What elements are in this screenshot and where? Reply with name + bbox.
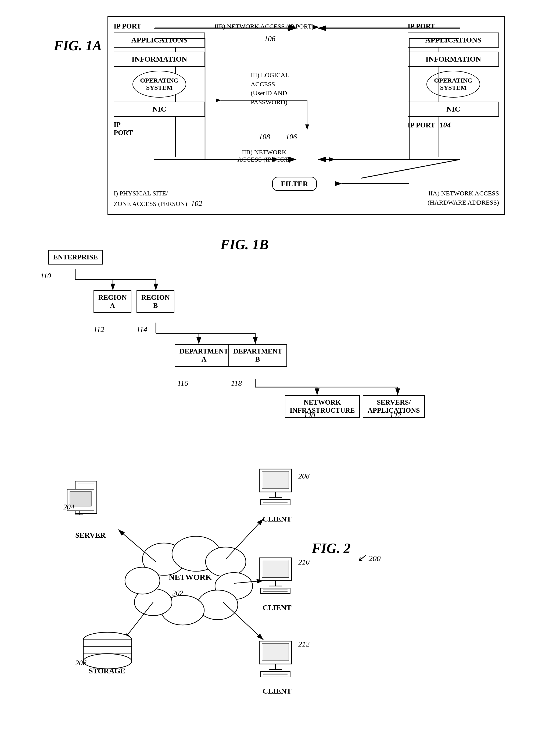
svg-point-49 [125,567,160,594]
storage-label: STORAGE [89,667,125,675]
fig1b: FIG. 1B [21,234,532,422]
client3-svg-icon [255,640,298,683]
ref-116: 116 [177,379,188,388]
ref-210: 210 [298,558,310,566]
enterprise-box: ENTERPRISE [48,250,103,264]
server-label: SERVER [75,531,106,540]
fig2: FIG. 2 ↙ 200 [21,425,532,720]
fig1a-label: FIG. 1A [54,38,102,53]
svg-line-52 [226,519,263,559]
svg-rect-83 [262,643,289,661]
ref-122: 122 [390,411,401,420]
svg-line-50 [118,530,156,562]
storage-svg-icon [81,632,134,669]
ref-114: 114 [137,325,147,334]
fig1a-border: IP PORT APPLICATIONS INFORMATION OPERATI… [107,16,505,215]
ref-112: 112 [94,325,104,334]
network-infra-box: NETWORK INFRASTRUCTURE [285,395,360,418]
ref-120: 120 [304,411,315,420]
ref-208: 208 [298,472,310,480]
ref-204: 204 [63,503,74,511]
dept-a-box: DEPARTMENT A [175,344,233,367]
svg-rect-79 [261,588,290,594]
region-a-box: REGION A [94,290,131,313]
page-content: FIG. 1A [0,0,560,732]
svg-rect-86 [261,672,290,677]
ref-202: 202 [172,589,183,597]
ref-212: 212 [298,640,310,648]
client3-label: CLIENT [260,687,295,695]
client2-svg-icon [255,557,298,600]
svg-rect-69 [262,471,289,489]
svg-line-54 [223,602,263,640]
svg-rect-76 [262,560,289,577]
network-label: NETWORK [169,573,212,582]
client2-label: CLIENT [260,604,295,612]
ref-110: 110 [40,271,51,280]
ref-206: 206 [75,659,87,667]
fig1a-arrows [108,17,504,214]
client1-label: CLIENT [260,515,295,523]
region-b-box: REGION B [137,290,174,313]
client1-svg-icon [255,468,298,511]
dept-b-box: DEPARTMENT B [228,344,287,367]
ref-118: 118 [231,379,242,388]
svg-rect-72 [261,500,290,505]
fig1a: FIG. 1A [48,11,519,223]
svg-point-46 [198,590,238,620]
svg-point-44 [206,547,246,577]
